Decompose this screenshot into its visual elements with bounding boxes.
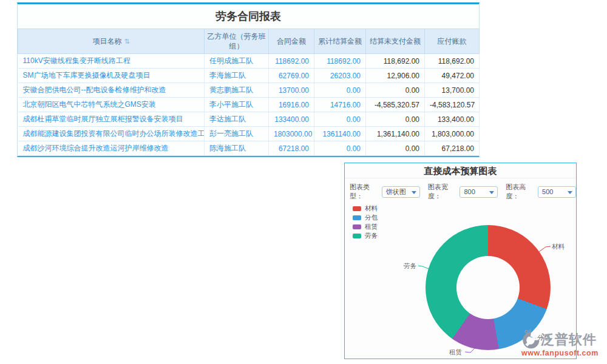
column-header: 乙方单位（劳务班组）: [205, 29, 269, 54]
legend-label: 劳务: [365, 232, 378, 240]
legend-label: 分包: [365, 214, 378, 222]
watermark-brand-text: 泛普软件: [541, 329, 597, 350]
contract-amount[interactable]: 133400.00: [269, 112, 314, 127]
unit-link[interactable]: 李海施工队: [205, 69, 269, 83]
payable-amount: 133,400.00: [425, 112, 480, 127]
table-row: 110kV安徽线程集变开断线路工程任明成施工队118692.00118692.0…: [18, 54, 480, 69]
slice-label-labor: 劳务: [404, 262, 416, 271]
labor-contract-report-panel: 劳务合同报表 项目名称⇅乙方单位（劳务班组）合同金额累计结算金额结算未支付金额应…: [17, 2, 480, 157]
unpaid-amount: -4,585,320.57: [366, 98, 425, 112]
chart-height-select[interactable]: 500: [538, 186, 576, 198]
column-header: 应付账款: [425, 29, 480, 54]
settled-amount[interactable]: 118692.00: [314, 54, 366, 69]
legend-label: 材料: [365, 204, 378, 213]
table-row: 北京朝阳区电气中芯特气系统之GMS安装李小平施工队16916.0014716.0…: [18, 98, 480, 112]
payable-amount: -4,583,120.57: [425, 98, 480, 112]
unit-link[interactable]: 李小平施工队: [205, 98, 269, 112]
column-header: 项目名称⇅: [18, 29, 205, 54]
contract-amount[interactable]: 13700.00: [269, 83, 314, 98]
settled-amount[interactable]: 0.00: [314, 141, 366, 156]
project-name-link[interactable]: 成都沙河环境综合提升改造运河护岸维修改造: [18, 141, 205, 156]
payable-amount: 13,700.00: [425, 83, 480, 98]
legend-item[interactable]: 分包: [353, 214, 378, 222]
report-title: 劳务合同报表: [18, 4, 479, 29]
project-name-link[interactable]: SM广场地下车库更换摄像机及硬盘项目: [18, 69, 205, 83]
donut-hole: [456, 256, 520, 319]
contract-amount[interactable]: 1803000.00: [269, 127, 314, 141]
legend-label: 租赁: [365, 223, 378, 231]
legend-swatch: [353, 206, 361, 211]
unit-link[interactable]: 任明成施工队: [205, 54, 269, 69]
chart-width-value: 800: [464, 188, 475, 195]
legend-swatch: [353, 215, 361, 220]
project-name-link[interactable]: 成都能源建设集团投资有限公司临时办公场所装修改造工程EPC: [18, 127, 205, 141]
chevron-down-icon: [489, 191, 494, 194]
chevron-down-icon: [568, 191, 572, 194]
chart-type-control: 图表类型： 饼状图: [350, 183, 420, 201]
report-table: 项目名称⇅乙方单位（劳务班组）合同金额累计结算金额结算未支付金额应付账款 110…: [18, 29, 480, 156]
table-row: 安徽合肥供电公司--配电设备检修维护和改造黄志鹏施工队13700.000.000…: [18, 83, 480, 98]
chart-width-label: 图表宽度：: [428, 183, 458, 201]
legend-item[interactable]: 材料: [353, 204, 378, 213]
watermark-url-text: www.fanpusoft.com: [521, 349, 607, 357]
chart-height-control: 图表高度： 500: [506, 183, 576, 201]
settled-amount[interactable]: 14716.00: [314, 98, 366, 112]
legend-item[interactable]: 租赁: [353, 223, 378, 231]
chevron-down-icon: [412, 191, 416, 194]
unpaid-amount: 0.00: [366, 141, 425, 156]
unit-link[interactable]: 黄志鹏施工队: [205, 83, 269, 98]
slice-label-material: 材料: [552, 243, 565, 251]
chart-type-value: 饼状图: [386, 188, 406, 195]
contract-amount[interactable]: 16916.00: [269, 98, 314, 112]
settled-amount[interactable]: 0.00: [314, 83, 366, 98]
chart-controls: 图表类型： 饼状图 图表宽度： 800 图表高度： 500: [345, 178, 576, 201]
payable-amount: 49,472.00: [425, 69, 480, 83]
unpaid-amount: 12,906.00: [366, 69, 425, 83]
contract-amount[interactable]: 62769.00: [269, 69, 314, 83]
fanpu-watermark: 泛普软件 www.fanpusoft.com: [520, 329, 607, 357]
legend-swatch: [353, 224, 361, 229]
chart-width-control: 图表宽度： 800: [428, 183, 498, 201]
chart-legend: 材料分包租赁劳务: [353, 204, 378, 241]
table-row: 成都能源建设集团投资有限公司临时办公场所装修改造工程EPC彭一亮施工队18030…: [18, 127, 480, 141]
slice-label-rent: 租赁: [449, 348, 462, 357]
chart-title: 直接成本预算图表: [345, 163, 576, 178]
unit-link[interactable]: 陈海施工队: [205, 141, 269, 156]
project-name-link[interactable]: 北京朝阳区电气中芯特气系统之GMS安装: [18, 98, 205, 112]
chart-height-label: 图表高度：: [506, 183, 536, 201]
project-name-link[interactable]: 成都杜甫草堂临时展厅独立展柜报警设备安装项目: [18, 112, 205, 127]
legend-item[interactable]: 劳务: [353, 232, 378, 240]
unit-link[interactable]: 李达施工队: [205, 112, 269, 127]
chart-type-label: 图表类型：: [350, 183, 380, 201]
payable-amount: 67,218.00: [425, 141, 480, 156]
settled-amount[interactable]: 0.00: [314, 112, 366, 127]
sort-icon[interactable]: ⇅: [124, 38, 129, 45]
chart-type-select[interactable]: 饼状图: [382, 186, 420, 198]
table-row: SM广场地下车库更换摄像机及硬盘项目李海施工队62769.0026203.001…: [18, 69, 480, 83]
unit-link[interactable]: 彭一亮施工队: [205, 127, 269, 141]
project-name-link[interactable]: 安徽合肥供电公司--配电设备检修维护和改造: [18, 83, 205, 98]
chart-width-select[interactable]: 800: [459, 186, 498, 198]
unpaid-amount: 0.00: [366, 83, 425, 98]
table-row: 成都沙河环境综合提升改造运河护岸维修改造陈海施工队67218.000.000.0…: [18, 141, 480, 156]
chart-height-value: 500: [542, 188, 553, 195]
unpaid-amount: 1,361,140.00: [366, 127, 425, 141]
payable-amount: 118,692.00: [425, 54, 480, 69]
contract-amount[interactable]: 118692.00: [269, 54, 314, 69]
contract-amount[interactable]: 67218.00: [269, 141, 314, 156]
table-row: 成都杜甫草堂临时展厅独立展柜报警设备安装项目李达施工队133400.000.00…: [18, 112, 480, 127]
legend-swatch: [353, 234, 361, 238]
settled-amount[interactable]: 26203.00: [314, 69, 366, 83]
unpaid-amount: 0.00: [366, 112, 425, 127]
column-header: 累计结算金额: [314, 29, 366, 54]
fanpu-logo-icon: [520, 329, 541, 351]
column-header: 合同金额: [269, 29, 314, 54]
project-name-link[interactable]: 110kV安徽线程集变开断线路工程: [18, 54, 205, 69]
unpaid-amount: 118,692.00: [366, 54, 425, 69]
payable-amount: 1,803,000.00: [425, 127, 480, 141]
settled-amount[interactable]: 1361140.00: [314, 127, 366, 141]
column-header: 结算未支付金额: [366, 29, 425, 54]
